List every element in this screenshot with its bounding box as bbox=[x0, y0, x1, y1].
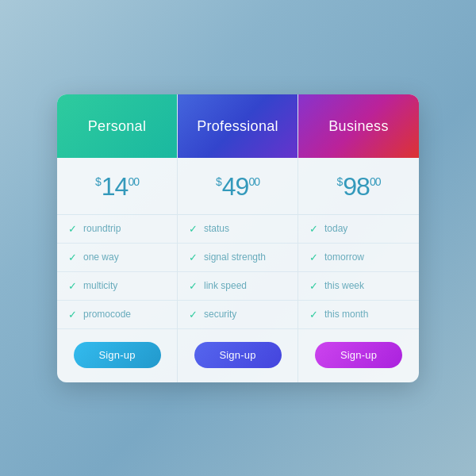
check-icon: ✓ bbox=[68, 223, 77, 235]
check-icon: ✓ bbox=[68, 280, 77, 292]
feature-label: this month bbox=[324, 309, 368, 320]
plan-name-personal: Personal bbox=[88, 118, 146, 135]
feature-label: today bbox=[324, 223, 347, 234]
feature-label: tomorrow bbox=[324, 251, 364, 263]
feature-item: ✓this month bbox=[298, 301, 419, 329]
feature-label: one way bbox=[83, 251, 119, 263]
price-personal: $1400 bbox=[67, 172, 167, 202]
plan-name-professional: Professional bbox=[197, 118, 278, 135]
check-icon: ✓ bbox=[189, 223, 198, 235]
signup-section-personal: Sign-up bbox=[57, 329, 177, 382]
feature-item: ✓one way bbox=[57, 244, 177, 272]
feature-item: ✓roundtrip bbox=[57, 215, 177, 244]
check-icon: ✓ bbox=[189, 280, 198, 292]
signup-button-personal[interactable]: Sign-up bbox=[74, 342, 161, 368]
features-business: ✓today✓tomorrow✓this week✓this month bbox=[298, 215, 419, 329]
feature-label: promocode bbox=[83, 309, 131, 320]
feature-item: ✓this week bbox=[298, 272, 419, 301]
check-icon: ✓ bbox=[68, 309, 77, 321]
plan-name-business: Business bbox=[328, 118, 388, 135]
plan-business: Business$9800✓today✓tomorrow✓this week✓t… bbox=[298, 94, 419, 382]
check-icon: ✓ bbox=[68, 251, 77, 263]
check-icon: ✓ bbox=[309, 251, 318, 263]
signup-section-professional: Sign-up bbox=[178, 329, 298, 382]
feature-item: ✓promocode bbox=[57, 301, 177, 329]
feature-label: security bbox=[204, 309, 236, 320]
check-icon: ✓ bbox=[189, 309, 198, 321]
check-icon: ✓ bbox=[309, 280, 318, 292]
feature-label: signal strength bbox=[204, 251, 266, 263]
feature-label: this week bbox=[324, 280, 364, 291]
feature-label: roundtrip bbox=[83, 223, 121, 234]
feature-item: ✓multicity bbox=[57, 272, 177, 301]
feature-item: ✓link speed bbox=[178, 272, 298, 301]
signup-button-professional[interactable]: Sign-up bbox=[194, 342, 282, 368]
feature-item: ✓status bbox=[178, 215, 298, 244]
check-icon: ✓ bbox=[189, 251, 198, 263]
check-icon: ✓ bbox=[309, 309, 318, 321]
feature-label: status bbox=[204, 223, 229, 234]
plan-professional: Professional$4900✓status✓signal strength… bbox=[178, 94, 298, 382]
price-section-business: $9800 bbox=[298, 158, 419, 215]
price-business: $9800 bbox=[308, 172, 409, 202]
feature-item: ✓security bbox=[178, 301, 298, 329]
feature-item: ✓signal strength bbox=[178, 244, 298, 272]
plan-personal: Personal$1400✓roundtrip✓one way✓multicit… bbox=[57, 94, 178, 382]
plan-header-personal: Personal bbox=[57, 94, 177, 158]
features-professional: ✓status✓signal strength✓link speed✓secur… bbox=[178, 215, 298, 329]
plan-header-business: Business bbox=[298, 94, 419, 158]
pricing-table: Personal$1400✓roundtrip✓one way✓multicit… bbox=[57, 94, 419, 382]
price-professional: $4900 bbox=[187, 172, 288, 202]
signup-section-business: Sign-up bbox=[298, 329, 419, 382]
feature-label: multicity bbox=[83, 280, 117, 291]
feature-item: ✓tomorrow bbox=[298, 244, 419, 272]
check-icon: ✓ bbox=[309, 223, 318, 235]
signup-button-business[interactable]: Sign-up bbox=[315, 342, 402, 368]
plan-header-professional: Professional bbox=[178, 94, 298, 158]
price-section-professional: $4900 bbox=[178, 158, 298, 215]
price-section-personal: $1400 bbox=[57, 158, 177, 215]
feature-label: link speed bbox=[204, 280, 247, 291]
features-personal: ✓roundtrip✓one way✓multicity✓promocode bbox=[57, 215, 177, 329]
feature-item: ✓today bbox=[298, 215, 419, 244]
